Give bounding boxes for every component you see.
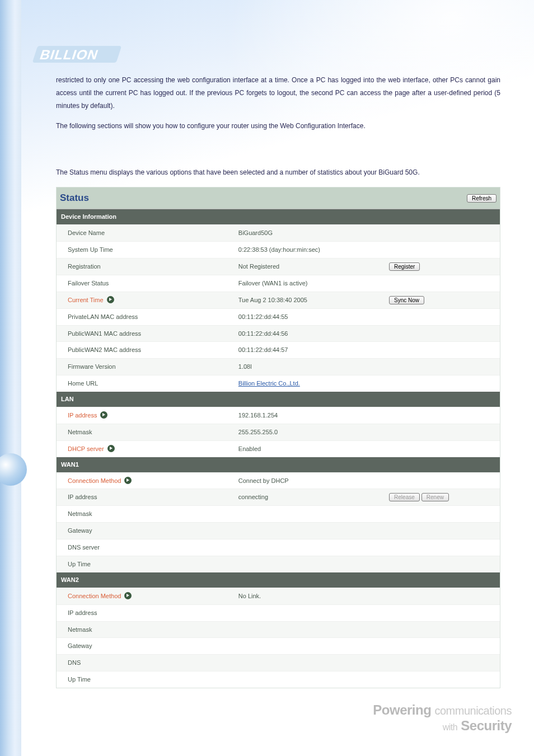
value-wan1-netmask [234, 512, 385, 516]
arrow-icon [100, 411, 107, 419]
label-wan2-uptime: Up Time [57, 672, 234, 688]
renew-button[interactable]: Renew [421, 493, 449, 501]
row-wan2-dns: DNS [57, 654, 500, 671]
value-wan1-ip: connecting [234, 489, 385, 505]
sync-now-button[interactable]: Sync Now [389, 296, 424, 304]
value-registration: Not Registered [234, 259, 385, 275]
row-wan2-conn: Connection Method No Link. [57, 588, 500, 604]
value-wan2-conn: No Link. [234, 588, 385, 604]
footer-word4: Security [461, 718, 512, 733]
section-device-info: Device Information [57, 209, 500, 224]
footer-word3: with [443, 722, 457, 732]
row-firmware: Firmware Version 1.08l [57, 358, 500, 375]
row-wan1-uptime: Up Time [57, 556, 500, 572]
row-wan1-netmask: Netmask [57, 505, 500, 522]
row-registration: Registration Not Registered Register [57, 258, 500, 275]
billion-logo: BILLION [28, 45, 123, 67]
value-plan-mac: 00:11:22:dd:44:55 [234, 309, 385, 325]
arrow-icon [124, 592, 132, 599]
label-firmware: Firmware Version [57, 359, 234, 375]
row-wan2-mac: PublicWAN2 MAC address 00:11:22:dd:44:57 [57, 341, 500, 358]
label-device-name: Device Name [57, 225, 234, 241]
label-wan1-conn[interactable]: Connection Method [57, 473, 234, 489]
label-wan1-uptime: Up Time [57, 556, 234, 572]
section-wan2: WAN2 [57, 572, 500, 588]
row-wan1-gateway: Gateway [57, 522, 500, 539]
section-lan: LAN [57, 392, 500, 407]
side-cylinder-graphic [0, 0, 21, 756]
side-sphere-graphic [0, 453, 27, 486]
label-wan2-ip: IP address [57, 605, 234, 621]
intro-paragraph-1: restricted to only one PC accessing the … [56, 74, 500, 112]
value-failover: Failover (WAN1 is active) [234, 275, 385, 292]
release-button[interactable]: Release [389, 493, 420, 501]
row-wan1-conn: Connection Method Connect by DHCP [57, 472, 500, 489]
row-wan1-ip: IP address connecting Release Renew [57, 489, 500, 505]
label-registration: Registration [57, 259, 234, 275]
value-wan2-uptime [234, 678, 385, 682]
label-lan-dhcp[interactable]: DHCP server [57, 441, 234, 457]
arrow-icon [124, 477, 132, 484]
row-lan-dhcp: DHCP server Enabled [57, 440, 500, 457]
row-wan2-netmask: Netmask [57, 621, 500, 638]
label-wan2-dns: DNS [57, 655, 234, 671]
row-device-name: Device Name BiGuard50G [57, 224, 500, 241]
refresh-button[interactable]: Refresh [467, 194, 496, 203]
value-wan2-gateway [234, 644, 385, 649]
row-wan1-mac: PublicWAN1 MAC address 00:11:22:dd:44:56 [57, 325, 500, 342]
row-current-time: Current Time Tue Aug 2 10:38:40 2005 Syn… [57, 292, 500, 308]
arrow-icon [107, 296, 114, 303]
row-wan2-gateway: Gateway [57, 637, 500, 654]
value-wan1-gateway [234, 529, 385, 533]
label-wan2-gateway: Gateway [57, 638, 234, 654]
label-lan-ip[interactable]: IP address [57, 407, 234, 424]
label-wan1-netmask: Netmask [57, 506, 234, 522]
label-wan2-mac: PublicWAN2 MAC address [57, 342, 234, 358]
label-wan2-conn[interactable]: Connection Method [57, 588, 234, 604]
label-wan1-mac: PublicWAN1 MAC address [57, 326, 234, 342]
value-wan2-ip [234, 611, 385, 615]
register-button[interactable]: Register [389, 262, 420, 271]
label-wan2-netmask: Netmask [57, 622, 234, 638]
value-device-name: BiGuard50G [234, 225, 385, 241]
row-wan2-uptime: Up Time [57, 671, 500, 688]
label-plan-mac: PrivateLAN MAC address [57, 309, 234, 325]
value-wan1-mac: 00:11:22:dd:44:56 [234, 326, 385, 342]
row-home-url: Home URL Billion Electric Co.,Ltd. [57, 375, 500, 392]
label-home-url: Home URL [57, 375, 234, 392]
value-wan2-dns [234, 661, 385, 665]
value-firmware: 1.08l [234, 359, 385, 375]
intro-paragraph-2: The following sections will show you how… [56, 120, 500, 133]
row-failover: Failover Status Failover (WAN1 is active… [57, 275, 500, 292]
footer-word2: communications [434, 705, 512, 717]
label-lan-netmask: Netmask [57, 424, 234, 440]
footer-word1: Powering [373, 702, 431, 717]
intro-paragraph-3: The Status menu displays the various opt… [56, 166, 500, 179]
value-wan1-conn: Connect by DHCP [234, 473, 385, 489]
row-wan2-ip: IP address [57, 604, 500, 621]
value-system-uptime: 0:22:38:53 (day:hour:min:sec) [234, 242, 385, 258]
row-lan-ip: IP address 192.168.1.254 [57, 407, 500, 424]
row-lan-netmask: Netmask 255.255.255.0 [57, 424, 500, 440]
label-wan1-gateway: Gateway [57, 523, 234, 539]
row-wan1-dns: DNS server [57, 539, 500, 556]
home-url-link[interactable]: Billion Electric Co.,Ltd. [238, 380, 300, 387]
label-failover: Failover Status [57, 275, 234, 292]
footer-brand: Powering communications with Security [373, 702, 512, 734]
status-table: Status Refresh Device Information Device… [56, 187, 500, 688]
value-wan1-dns [234, 546, 385, 550]
row-system-uptime: System Up Time 0:22:38:53 (day:hour:min:… [57, 241, 500, 258]
value-wan2-netmask [234, 627, 385, 632]
label-current-time[interactable]: Current Time [57, 292, 234, 308]
value-current-time: Tue Aug 2 10:38:40 2005 [234, 292, 385, 308]
label-wan1-ip: IP address [57, 489, 234, 505]
value-lan-netmask: 255.255.255.0 [234, 424, 385, 440]
value-wan1-uptime [234, 562, 385, 566]
label-wan1-dns: DNS server [57, 539, 234, 556]
value-wan2-mac: 00:11:22:dd:44:57 [234, 342, 385, 358]
status-title: Status [60, 189, 89, 207]
value-lan-dhcp: Enabled [234, 441, 385, 457]
arrow-icon [107, 445, 115, 452]
value-lan-ip: 192.168.1.254 [234, 407, 385, 424]
label-system-uptime: System Up Time [57, 242, 234, 258]
